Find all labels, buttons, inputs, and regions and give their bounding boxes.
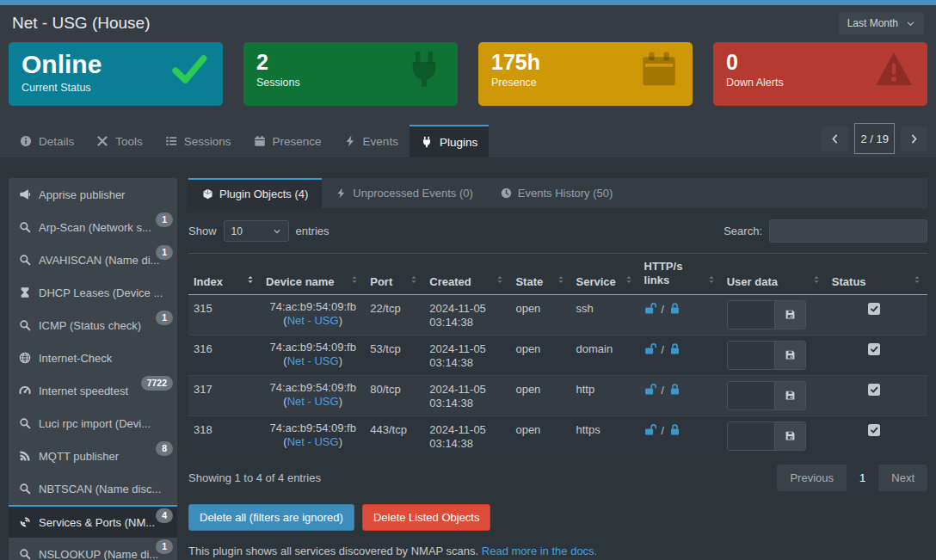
tab-sessions[interactable]: Sessions <box>154 125 243 157</box>
column-header-state[interactable]: State <box>510 254 570 295</box>
device-link[interactable]: Net - USG <box>287 395 339 408</box>
https-link[interactable] <box>668 383 681 398</box>
status-card-sessions[interactable]: 2Sessions <box>243 42 458 106</box>
cell-index: 315 <box>188 294 261 335</box>
period-selector[interactable]: Last Month <box>839 12 924 34</box>
rss-icon <box>19 450 31 462</box>
column-header-user-data[interactable]: User data <box>722 254 827 295</box>
sidebar-item-arp-scan-network-s[interactable]: Arp-Scan (Network s...1 <box>9 211 177 243</box>
sidebar-item-dhcp-leases-device[interactable]: DHCP Leases (Device ... <box>9 276 177 309</box>
search-input[interactable] <box>769 219 927 243</box>
bolt-icon <box>344 135 356 147</box>
pagination-page-1[interactable]: 1 <box>847 465 878 491</box>
delete-listed-button[interactable]: Delete Listed Objects <box>362 504 491 531</box>
https-link[interactable] <box>668 302 681 317</box>
user-data-input[interactable] <box>728 382 774 409</box>
sidebar-item-internet-check[interactable]: Internet-Check <box>9 342 177 374</box>
table-pagination: Previous 1 Next <box>777 465 927 491</box>
floppy-save-icon <box>785 390 796 401</box>
status-checkbox[interactable] <box>868 343 880 355</box>
cell-state: open <box>510 415 570 456</box>
subtab-unprocessed-events-0[interactable]: Unprocessed Events (0) <box>322 178 486 208</box>
calendar-icon <box>639 50 679 89</box>
column-header-service[interactable]: Service <box>571 254 639 295</box>
column-header-status[interactable]: Status <box>827 254 927 295</box>
search-icon <box>19 254 31 266</box>
column-header-http-s-links[interactable]: HTTP/s links <box>639 254 722 295</box>
lock-icon <box>668 302 681 315</box>
page-size-select[interactable]: 10 <box>224 220 289 242</box>
cell-http-links: / <box>639 294 722 335</box>
cell-status <box>827 375 927 415</box>
sort-icon <box>556 274 566 285</box>
floppy-save-icon <box>785 349 796 360</box>
http-link[interactable] <box>644 302 657 317</box>
sidebar-item-avahiscan-name-di[interactable]: AVAHISCAN (Name di...1 <box>9 243 177 276</box>
save-user-data-button[interactable] <box>774 342 805 369</box>
delete-all-button[interactable]: Delete all (filters are ignored) <box>188 504 354 531</box>
sidebar-item-apprise-publisher[interactable]: Apprise publisher <box>9 178 177 211</box>
sort-icon <box>706 274 717 285</box>
tab-presence[interactable]: Presence <box>243 125 333 157</box>
device-link[interactable]: Net - USG <box>287 354 339 367</box>
tab-label: Events <box>363 135 398 148</box>
sidebar-item-internet-speedtest[interactable]: Internet speedtest7722 <box>9 374 177 407</box>
status-card-presence[interactable]: 175hPresence <box>478 42 693 106</box>
tab-events[interactable]: Events <box>333 125 410 157</box>
cell-user-data <box>722 294 827 335</box>
cell-user-data <box>722 375 827 415</box>
user-data-input[interactable] <box>728 422 774 450</box>
plug-icon <box>404 50 444 89</box>
cube-icon <box>202 188 213 200</box>
cell-device-name: 74:ac:b9:54:09:fb(Net - USG) <box>261 335 365 375</box>
user-data-input[interactable] <box>728 301 774 329</box>
pagination-next[interactable]: Next <box>878 465 927 491</box>
user-data-input[interactable] <box>728 342 774 369</box>
cell-service: http <box>571 375 639 415</box>
subtab-events-history-50[interactable]: Events History (50) <box>487 178 627 208</box>
check-icon <box>169 50 209 89</box>
chevron-down-icon <box>273 227 281 236</box>
sidebar-item-icmp-status-check[interactable]: ICMP (Status check)1 <box>9 309 177 342</box>
sidebar-item-nbtscan-name-disc[interactable]: NBTSCAN (Name disc... <box>9 472 177 505</box>
pagination-previous[interactable]: Previous <box>777 465 847 491</box>
tab-tools[interactable]: Tools <box>85 125 154 157</box>
device-link[interactable]: Net - USG <box>287 435 339 448</box>
status-checkbox[interactable] <box>868 384 880 396</box>
docs-link[interactable]: Read more in the docs. <box>482 545 597 557</box>
status-checkbox[interactable] <box>868 424 880 436</box>
device-tabs: DetailsToolsSessionsPresenceEventsPlugin… <box>0 125 936 157</box>
sidebar-item-services-ports-nm[interactable]: Services & Ports (NM...4 <box>9 505 177 538</box>
sidebar-item-label: NBTSCAN (Name disc... <box>39 483 161 495</box>
http-link[interactable] <box>644 342 657 358</box>
device-link[interactable]: Net - USG <box>287 314 339 327</box>
save-user-data-button[interactable] <box>774 301 805 329</box>
sidebar-item-nslookup-name-di[interactable]: NSLOOKUP (Name di...1 <box>9 538 177 560</box>
pager-prev-button[interactable] <box>822 126 848 151</box>
http-link[interactable] <box>644 423 657 439</box>
count-badge: 7722 <box>141 376 173 391</box>
https-link[interactable] <box>668 423 681 439</box>
subtab-plugin-objects-4[interactable]: Plugin Objects (4) <box>188 178 322 208</box>
status-card-current-status[interactable]: OnlineCurrent Status <box>9 42 223 106</box>
check-icon <box>870 345 878 354</box>
sidebar-item-label: Arp-Scan (Network s... <box>39 221 151 234</box>
column-header-port[interactable]: Port <box>365 254 424 295</box>
status-card-down-alerts[interactable]: 0Down Alerts <box>713 42 927 106</box>
tab-plugins[interactable]: Plugins <box>410 125 489 157</box>
cell-http-links: / <box>639 375 722 415</box>
search-icon <box>19 221 31 233</box>
column-header-device-name[interactable]: Device name <box>261 254 365 295</box>
https-link[interactable] <box>668 342 681 358</box>
sidebar-item-mqtt-publisher[interactable]: MQTT publisher8 <box>9 440 177 472</box>
pager-next-button[interactable] <box>901 126 927 151</box>
status-checkbox[interactable] <box>868 303 880 315</box>
save-user-data-button[interactable] <box>774 382 805 409</box>
column-header-index[interactable]: Index <box>188 254 261 295</box>
table-row: 31574:ac:b9:54:09:fb(Net - USG)22/tcp202… <box>188 294 927 335</box>
http-link[interactable] <box>644 383 657 398</box>
tab-details[interactable]: Details <box>9 125 85 157</box>
save-user-data-button[interactable] <box>774 422 805 450</box>
column-header-created[interactable]: Created <box>424 254 510 295</box>
sidebar-item-luci-rpc-import-devi[interactable]: Luci rpc import (Devi... <box>9 407 177 440</box>
